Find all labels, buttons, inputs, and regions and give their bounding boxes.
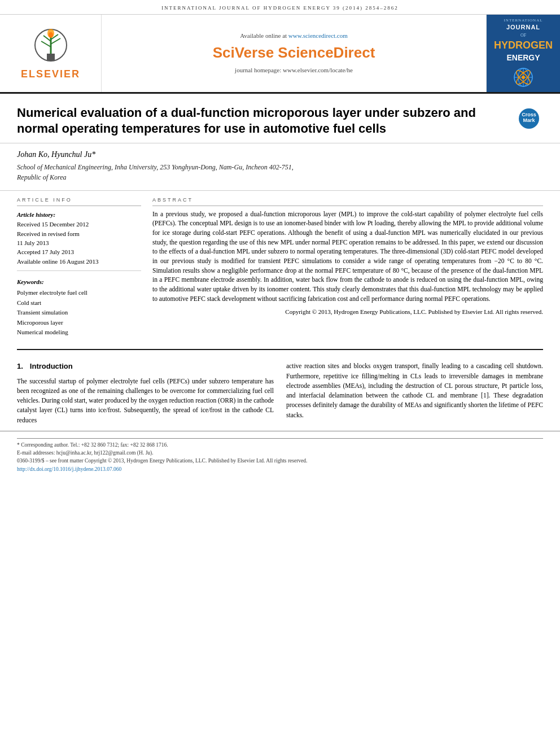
keyword-5: Numerical modeling xyxy=(17,328,141,337)
hydrogen-energy-logo: INTERNATIONAL JOURNAL OF HYDROGEN ENERGY xyxy=(487,15,560,92)
revised-label: Received in revised form xyxy=(17,230,141,238)
svg-point-8 xyxy=(49,32,53,38)
hydrogen-of-word: OF xyxy=(520,32,526,38)
elsevier-wordmark: ELSEVIER xyxy=(21,67,80,81)
article-info-abstract-section: ARTICLE INFO Article history: Received 1… xyxy=(0,190,560,343)
sciencedirect-link[interactable]: www.sciencedirect.com xyxy=(288,32,348,39)
svg-text:Cross: Cross xyxy=(522,112,536,117)
journal-header-top: INTERNATIONAL JOURNAL OF HYDROGEN ENERGY… xyxy=(0,0,560,15)
authors-text: Johan Ko, Hyunchul Ju* xyxy=(17,150,95,159)
hydrogen-energy-word: ENERGY xyxy=(506,53,540,64)
keyword-4: Microporous layer xyxy=(17,318,141,327)
available-online-label: Available online at www.sciencedirect.co… xyxy=(240,32,348,40)
intro-number: 1. xyxy=(17,361,23,372)
accepted-date: Accepted 17 July 2013 xyxy=(17,248,141,256)
article-info-heading: ARTICLE INFO xyxy=(17,196,141,206)
branding-row: ELSEVIER Available online at www.science… xyxy=(0,15,560,94)
footer-section: * Corresponding author. Tel.: +82 32 860… xyxy=(0,431,560,478)
article-info-col: ARTICLE INFO Article history: Received 1… xyxy=(17,196,141,338)
crossmark-badge: Cross Mark xyxy=(515,107,543,130)
history-label: Article history: xyxy=(17,211,141,219)
crossmark-icon: Cross Mark xyxy=(518,107,540,130)
intro-heading: 1. Introduction xyxy=(17,361,274,372)
abstract-heading: ABSTRACT xyxy=(152,196,543,206)
sciverse-title: SciVerse ScienceDirect xyxy=(213,42,375,63)
doi-link[interactable]: http://dx.doi.org/10.1016/j.ijhydene.201… xyxy=(17,466,121,472)
svg-point-15 xyxy=(522,76,525,79)
hydrogen-main-word: HYDROGEN xyxy=(494,38,553,53)
affiliation-line2: Republic of Korea xyxy=(17,173,543,182)
journal-homepage: journal homepage: www.elsevier.com/locat… xyxy=(235,66,353,75)
sciverse-center: Available online at www.sciencedirect.co… xyxy=(102,15,487,92)
keyword-3: Transient simulation xyxy=(17,308,141,317)
affiliation-line1: School of Mechanical Engineering, Inha U… xyxy=(17,163,543,172)
hydrogen-intl: INTERNATIONAL xyxy=(504,18,543,24)
title-section: Numerical evaluation of a dual-function … xyxy=(0,94,560,143)
email-note: E-mail addresses: hcju@inha.ac.kr, hrj12… xyxy=(17,449,543,457)
intro-left-col: 1. Introduction The successful startup o… xyxy=(17,361,274,425)
revised-date: 11 July 2013 xyxy=(17,239,141,247)
hydrogen-journal-word: JOURNAL xyxy=(506,23,540,32)
elsevier-logo-box: ELSEVIER xyxy=(0,15,102,92)
authors-line: Johan Ko, Hyunchul Ju* xyxy=(17,149,543,160)
keywords-label: Keywords: xyxy=(17,278,141,286)
intro-right-text: active reaction sites and blocks oxygen … xyxy=(286,361,543,420)
svg-line-3 xyxy=(41,41,51,47)
intro-section: 1. Introduction The successful startup o… xyxy=(0,356,560,430)
intro-left-text: The successful startup of polymer electr… xyxy=(17,377,274,425)
article-title: Numerical evaluation of a dual-function … xyxy=(17,105,515,137)
abstract-text: In a previous study, we proposed a dual-… xyxy=(152,209,543,304)
authors-section: Johan Ko, Hyunchul Ju* School of Mechani… xyxy=(0,143,560,187)
svg-text:Mark: Mark xyxy=(523,117,535,123)
svg-line-4 xyxy=(51,38,60,44)
issn-line: 0360-3199/$ – see front matter Copyright… xyxy=(17,457,543,465)
globe-icon xyxy=(512,66,535,89)
footer-divider xyxy=(17,438,543,439)
info-divider xyxy=(17,270,141,271)
abstract-col: ABSTRACT In a previous study, we propose… xyxy=(152,196,543,338)
main-divider xyxy=(17,349,543,350)
svg-rect-0 xyxy=(47,54,55,60)
elsevier-tree-icon xyxy=(25,25,76,65)
copyright-line: Copyright © 2013, Hydrogen Energy Public… xyxy=(152,308,543,316)
keyword-2: Cold start xyxy=(17,299,141,307)
available-date: Available online 16 August 2013 xyxy=(17,257,141,266)
doi-line: http://dx.doi.org/10.1016/j.ijhydene.201… xyxy=(17,465,543,473)
intro-right-col: active reaction sites and blocks oxygen … xyxy=(286,361,543,425)
intro-heading-text: Introduction xyxy=(30,361,73,372)
keyword-1: Polymer electrolyte fuel cell xyxy=(17,289,141,297)
corresponding-note: * Corresponding author. Tel.: +82 32 860… xyxy=(17,441,543,449)
received-date: Received 15 December 2012 xyxy=(17,220,141,229)
